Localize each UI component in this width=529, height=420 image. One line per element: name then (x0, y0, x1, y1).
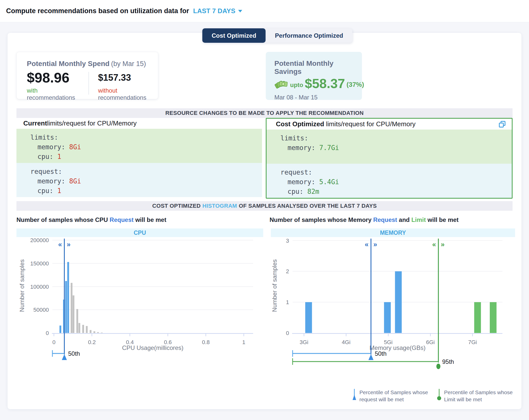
potential-monthly-savings-card: Potential Monthly Savings upto $58.37 (3… (266, 52, 362, 100)
svg-text:3: 3 (286, 238, 289, 244)
divider (89, 72, 89, 95)
histogram-bar (65, 281, 67, 333)
chevron-down-icon (238, 10, 242, 12)
summary-row: Potential Monthly Spend(by Mar 15) $98.9… (16, 33, 513, 100)
cpu-histogram-panel: CPU 05000010000015000020000000.20.40.60.… (16, 228, 263, 403)
svg-text:1: 1 (242, 339, 245, 345)
histogram-bar (71, 283, 72, 333)
legend-request-text: Percentile of Samples whose request will… (359, 389, 431, 403)
savings-date-range: Mar 08 - Mar 15 (274, 94, 362, 101)
memory-strip-label: MEMORY (271, 228, 515, 237)
tab-cost-optimized[interactable]: Cost Optimized (202, 28, 266, 43)
cpu-chart-title: Number of samples whose CPU Request will… (16, 216, 262, 223)
chart-titles-row: Number of samples whose CPU Request will… (16, 216, 513, 223)
histogram-bar (101, 332, 103, 333)
histogram-bar (395, 271, 402, 333)
request-marker-icon (352, 389, 356, 402)
cost-optimized-resources-panel: Cost Optimized limits/request for CPU/Me… (266, 118, 513, 199)
percentile-legend: Percentile of Samples whose request will… (352, 389, 515, 403)
svg-text:»: » (373, 241, 377, 248)
histogram-bar (73, 296, 74, 333)
page-title: Compute recommendations based on utiliza… (6, 7, 189, 15)
copy-icon (498, 125, 506, 129)
svg-text:Number of samples: Number of samples (271, 259, 278, 312)
copy-button[interactable] (498, 120, 506, 128)
svg-text:0: 0 (52, 339, 55, 345)
current-column-header: Current limits/request for CPU/Memory (16, 118, 262, 129)
histogram-bar (90, 330, 91, 333)
svg-text:50th: 50th (68, 350, 80, 357)
tab-performance-optimized[interactable]: Performance Optimized (266, 28, 352, 43)
spend-without-label: without recommendations (98, 87, 158, 101)
svg-text:2: 2 (286, 268, 289, 275)
limit-marker-icon (437, 389, 441, 402)
current-resources-column: Current limits/request for CPU/Memory li… (16, 118, 262, 199)
optimization-tabs: Cost Optimized Performance Optimized (202, 28, 352, 43)
svg-text:7Gi: 7Gi (468, 339, 477, 345)
svg-text:50000: 50000 (33, 307, 49, 313)
histogram-banner: COST OPTIMIZEDHISTOGRAMOF SAMPLES ANALYS… (16, 201, 513, 211)
svg-text:200000: 200000 (30, 237, 49, 243)
time-range-selector[interactable]: LAST 7 DAYS (193, 7, 242, 15)
savings-upto: upto (290, 81, 303, 90)
histogram-bar (78, 323, 80, 333)
spend-subtitle: (by Mar 15) (111, 60, 146, 68)
svg-text:0.2: 0.2 (88, 339, 96, 345)
histogram-bar (474, 302, 481, 333)
svg-text:»: » (67, 241, 71, 248)
svg-text:4Gi: 4Gi (342, 339, 350, 345)
svg-text:CPU Usage(millicores): CPU Usage(millicores) (122, 344, 184, 351)
current-limits-block: limits: memory: 8Gi cpu: 1 (16, 129, 262, 163)
potential-monthly-spend-card: Potential Monthly Spend(by Mar 15) $98.9… (16, 52, 158, 99)
svg-text:150000: 150000 (30, 260, 49, 267)
svg-text:50th: 50th (375, 350, 387, 357)
memory-chart-title: Number of samples whose Memory Request a… (270, 216, 513, 223)
legend-item-request: Percentile of Samples whose request will… (352, 389, 431, 403)
cpu-strip-label: CPU (16, 228, 263, 237)
cpu-histogram: 05000010000015000020000000.20.40.60.81Nu… (16, 237, 263, 371)
optimized-panel-header: Cost Optimized limits/request for CPU/Me… (267, 119, 512, 130)
spend-title: Potential Monthly Spend (27, 60, 110, 68)
svg-text:«: « (365, 241, 369, 248)
optimized-request-block: request: memory: 5.4Gi cpu: 82m (267, 164, 512, 198)
spend-with-label: with recommendations (27, 87, 79, 101)
svg-text:«: « (432, 241, 436, 248)
histogram-bar (490, 302, 497, 333)
histogram-bar (86, 326, 88, 333)
spend-with-recommendations-amount: $98.96 (27, 70, 79, 86)
savings-percent: (37%) (347, 81, 364, 90)
svg-text:6Gi: 6Gi (426, 339, 435, 345)
svg-text:«: « (58, 241, 62, 248)
spend-without-recommendations-amount: $157.33 (98, 70, 158, 86)
legend-item-limit: Percentile of Samples whose Limit will b… (437, 389, 515, 403)
svg-text:0: 0 (286, 330, 289, 336)
current-request-block: request: memory: 8Gi cpu: 1 (16, 163, 262, 197)
histogram-bar (67, 262, 69, 333)
resource-columns: Current limits/request for CPU/Memory li… (16, 118, 513, 199)
memory-histogram: 01233Gi4Gi5Gi6Gi7GiNumber of samplesMemo… (271, 237, 515, 371)
svg-text:1: 1 (286, 299, 289, 305)
svg-text:95th: 95th (442, 358, 454, 365)
histogram-bar (97, 332, 99, 333)
histogram-bar (305, 302, 312, 333)
histogram-bar (59, 326, 61, 333)
memory-histogram-panel: MEMORY 01233Gi4Gi5Gi6Gi7GiNumber of samp… (271, 228, 515, 403)
savings-amount: $58.37 (305, 77, 345, 90)
charts-row: CPU 05000010000015000020000000.20.40.60.… (16, 228, 513, 403)
svg-text:0: 0 (46, 330, 49, 336)
recommendations-card: Cost Optimized Performance Optimized Pot… (8, 33, 521, 409)
svg-text:3Gi: 3Gi (300, 339, 308, 345)
histogram-bar (384, 302, 391, 333)
topbar: Compute recommendations based on utiliza… (0, 0, 529, 22)
savings-title: Potential Monthly Savings (274, 59, 362, 76)
money-icon (274, 78, 289, 90)
svg-text:100000: 100000 (30, 284, 49, 290)
time-range-value[interactable]: LAST 7 DAYS (193, 7, 235, 15)
histogram-bar (82, 325, 84, 333)
legend-limit-text: Percentile of Samples whose Limit will b… (444, 389, 515, 403)
resource-changes-banner: RESOURCE CHANGES TO BE MADE TO APPLY THE… (16, 108, 513, 118)
svg-text:0.8: 0.8 (202, 339, 210, 345)
svg-text:Number of samples: Number of samples (18, 259, 25, 312)
histogram-bar (93, 331, 95, 333)
histogram-bar (76, 309, 78, 333)
